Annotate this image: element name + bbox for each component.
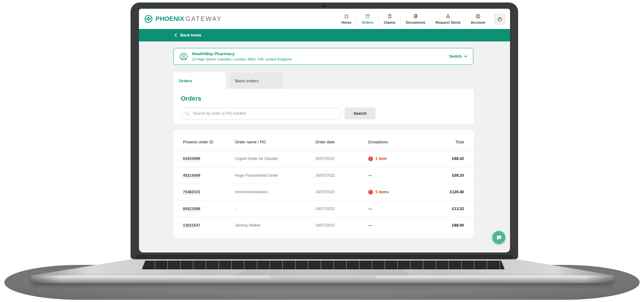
order-exceptions: — bbox=[368, 223, 372, 228]
nav-item-account[interactable]: Account bbox=[465, 11, 490, 27]
col-header-total: Total bbox=[424, 140, 464, 144]
order-id-link[interactable]: 84521698 bbox=[183, 207, 200, 211]
col-header-order-id: Phoenix order ID bbox=[183, 140, 235, 144]
order-date: 25/07/2022 bbox=[315, 156, 368, 161]
tab-label: Orders bbox=[179, 79, 192, 83]
switch-label: Switch bbox=[449, 54, 462, 59]
table-row[interactable]: 13021547 Jeremy Walker 19/07/2022 — £88.… bbox=[174, 217, 474, 234]
tab-label: Back orders bbox=[235, 79, 259, 83]
tab-orders[interactable]: Orders bbox=[174, 72, 226, 89]
pharmacy-card: HealthWay Pharmacy 12 High Street, Camde… bbox=[174, 48, 473, 65]
orders-panel-title: Orders bbox=[181, 95, 201, 102]
laptop-mockup: PHOENIXGATEWAY Home Orders bbox=[0, 0, 644, 302]
nav-item-claims[interactable]: Claims bbox=[379, 11, 401, 27]
col-header-exceptions: Exceptions bbox=[368, 140, 424, 144]
webcam-icon bbox=[322, 4, 326, 8]
nav-label: Home bbox=[341, 21, 351, 24]
laptop-bezel: PHOENIXGATEWAY Home Orders bbox=[131, 2, 518, 259]
brand-name-secondary: GATEWAY bbox=[185, 15, 222, 22]
order-name: Immunostimulators bbox=[235, 190, 315, 194]
orders-table-panel: Phoenix order ID Order name / PO Order d… bbox=[174, 130, 474, 238]
basket-icon bbox=[497, 16, 503, 22]
back-home-label: Back home bbox=[180, 33, 201, 37]
order-date: 19/07/2022 bbox=[315, 207, 368, 211]
order-date: 24/07/2022 bbox=[315, 173, 368, 178]
order-date: 19/07/2022 bbox=[315, 223, 368, 228]
back-home-bar[interactable]: Back home bbox=[139, 29, 510, 41]
order-name: Urgent Order for Claudia bbox=[235, 156, 315, 161]
exclamation-icon: ! bbox=[368, 190, 373, 194]
tab-back-orders[interactable]: Back orders bbox=[230, 72, 283, 89]
order-exceptions: ! 1 item bbox=[368, 156, 424, 161]
nav-item-request-stock[interactable]: Request Stock bbox=[430, 11, 465, 27]
order-total: £68.42 bbox=[424, 156, 464, 161]
order-name: Huge Paracetamol Order bbox=[235, 173, 315, 178]
orders-search-panel: Orders Search bbox=[174, 89, 474, 124]
order-name: Jeremy Walker bbox=[235, 223, 315, 228]
order-id-link[interactable]: 45214569 bbox=[183, 173, 200, 178]
switch-pharmacy-button[interactable]: Switch bbox=[449, 54, 467, 59]
order-total: £88.00 bbox=[424, 223, 464, 228]
search-button[interactable]: Search bbox=[345, 108, 375, 119]
laptop-keyboard-deck bbox=[31, 259, 614, 276]
order-exceptions: ! 5 items bbox=[368, 190, 424, 194]
nav-label: Claims bbox=[384, 21, 396, 24]
nav-item-home[interactable]: Home bbox=[336, 11, 356, 27]
laptop-trackpad bbox=[235, 269, 411, 276]
main-nav: Home Orders Claims bbox=[336, 11, 490, 27]
col-header-order-date: Order date bbox=[315, 140, 368, 144]
table-row[interactable]: 75482103 Immunostimulators 24/07/2022 ! … bbox=[174, 184, 474, 201]
chat-bubble-icon bbox=[495, 234, 502, 241]
documents-icon bbox=[413, 13, 418, 19]
brand-name-primary: PHOENIX bbox=[155, 15, 184, 22]
table-row[interactable]: 84521698 - 19/07/2022 — £13.32 bbox=[174, 201, 474, 218]
claims-receipt-icon bbox=[387, 13, 393, 19]
pharmacy-user-icon bbox=[179, 52, 188, 61]
nav-item-orders[interactable]: Orders bbox=[356, 11, 379, 27]
order-name: - bbox=[235, 207, 315, 211]
phoenix-cross-icon bbox=[144, 15, 153, 23]
laptop-keyboard bbox=[142, 261, 505, 269]
nav-label: Orders bbox=[362, 21, 374, 24]
nav-label: Request Stock bbox=[436, 21, 460, 24]
chevron-down-icon bbox=[464, 55, 467, 58]
exclamation-icon: ! bbox=[368, 156, 373, 161]
order-total: £59.20 bbox=[424, 173, 464, 178]
laptop-hinge bbox=[136, 255, 513, 259]
nav-item-documents[interactable]: Documents bbox=[400, 11, 430, 27]
table-header-row: Phoenix order ID Order name / PO Order d… bbox=[174, 130, 474, 151]
app-screen: PHOENIXGATEWAY Home Orders bbox=[139, 9, 510, 252]
order-id-link[interactable]: 64253896 bbox=[183, 156, 200, 161]
top-navigation-bar: PHOENIXGATEWAY Home Orders bbox=[139, 9, 510, 29]
order-id-link[interactable]: 75482103 bbox=[183, 190, 200, 194]
request-stock-icon bbox=[445, 13, 451, 19]
laptop-front-edge bbox=[31, 276, 614, 283]
order-date: 24/07/2022 bbox=[315, 190, 368, 194]
table-row[interactable]: 45214569 Huge Paracetamol Order 24/07/20… bbox=[174, 167, 474, 184]
pharmacy-name: HealthWay Pharmacy bbox=[192, 51, 292, 56]
order-id-link[interactable]: 13021547 bbox=[183, 223, 200, 228]
brand-logo[interactable]: PHOENIXGATEWAY bbox=[144, 15, 222, 23]
order-exceptions: — bbox=[368, 173, 372, 178]
home-icon bbox=[344, 13, 349, 19]
order-total: £13.32 bbox=[424, 207, 464, 211]
pharmacy-address: 12 High Street, Camden, London, NW1 7JR,… bbox=[192, 57, 292, 61]
basket-button[interactable] bbox=[494, 13, 506, 25]
exceptions-count: 1 item bbox=[375, 156, 387, 161]
chevron-left-icon bbox=[174, 33, 177, 37]
exceptions-count: 5 items bbox=[375, 190, 389, 194]
order-search-input[interactable] bbox=[181, 108, 341, 119]
nav-label: Documents bbox=[406, 21, 425, 24]
orders-box-icon bbox=[365, 13, 370, 19]
order-exceptions: — bbox=[368, 207, 372, 211]
laptop-lid-notch bbox=[270, 276, 377, 279]
account-icon bbox=[475, 13, 481, 19]
order-total: £120.40 bbox=[424, 190, 464, 194]
table-row[interactable]: 64253896 Urgent Order for Claudia 25/07/… bbox=[174, 151, 474, 167]
nav-label: Account bbox=[471, 21, 485, 24]
col-header-order-name: Order name / PO bbox=[235, 140, 315, 144]
chat-widget-button[interactable] bbox=[492, 231, 505, 244]
